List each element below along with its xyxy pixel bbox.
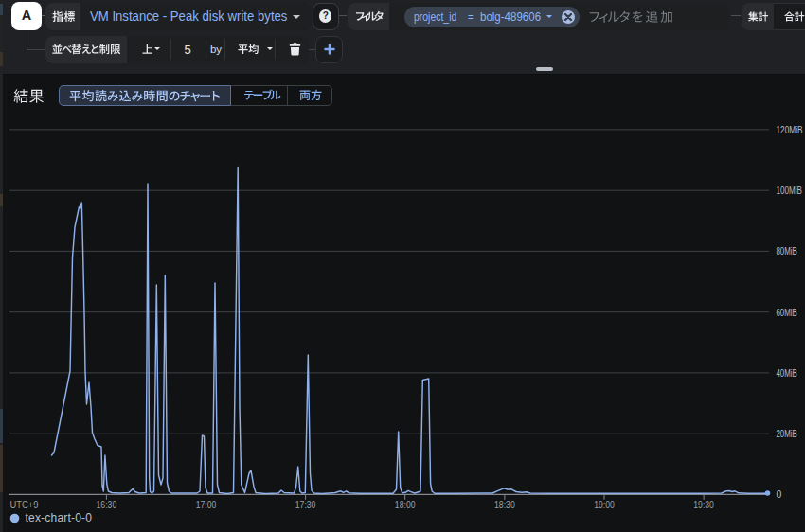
svg-text:18:00: 18:00 (395, 499, 416, 510)
svg-text:16:30: 16:30 (97, 499, 117, 510)
svg-text:40MiB: 40MiB (777, 367, 797, 379)
svg-text:18:30: 18:30 (494, 499, 515, 510)
svg-text:17:00: 17:00 (196, 499, 217, 510)
svg-text:17:30: 17:30 (295, 499, 316, 510)
svg-text:0: 0 (777, 488, 782, 500)
svg-text:19:30: 19:30 (693, 499, 714, 510)
svg-text:100MiB: 100MiB (777, 185, 803, 196)
svg-text:tex-chart-0-0: tex-chart-0-0 (26, 511, 93, 524)
svg-text:80MiB: 80MiB (777, 245, 797, 257)
svg-text:UTC+9: UTC+9 (10, 500, 39, 510)
svg-text:120MiB: 120MiB (777, 124, 803, 135)
svg-text:20MiB: 20MiB (777, 428, 797, 439)
svg-text:19:00: 19:00 (594, 499, 615, 510)
svg-text:60MiB: 60MiB (777, 307, 797, 318)
